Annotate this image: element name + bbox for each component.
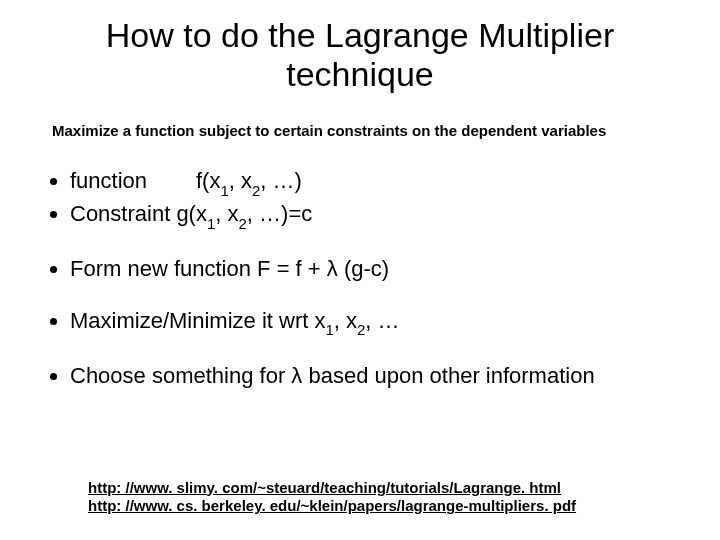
bullet-function: function f(x1, x2, …) xyxy=(70,167,690,198)
subscript: 1 xyxy=(220,182,228,199)
bullet-choose-lambda: Choose something for λ based upon other … xyxy=(70,362,690,390)
text: , x xyxy=(215,201,238,226)
text: Maximize/Minimize it wrt x xyxy=(70,308,325,333)
spacer xyxy=(30,285,690,307)
text: , x xyxy=(229,168,252,193)
bullet-list: Form new function F = f + λ (g-c) xyxy=(30,255,690,283)
text: f(x xyxy=(196,168,220,193)
spacer xyxy=(30,233,690,255)
subscript: 1 xyxy=(207,215,215,232)
subscript: 2 xyxy=(357,321,365,338)
lambda: λ xyxy=(291,363,302,388)
subtitle: Maximize a function subject to certain c… xyxy=(52,122,690,139)
slide: How to do the Lagrange Multiplier techni… xyxy=(0,0,720,540)
text: , … xyxy=(365,308,399,333)
subscript: 1 xyxy=(325,321,333,338)
bullet-constraint: Constraint g(x1, x2, …)=c xyxy=(70,200,690,231)
spacer xyxy=(30,340,690,362)
text: Choose something for xyxy=(70,363,291,388)
text: (g-c) xyxy=(338,256,389,281)
link-berkeley[interactable]: http: //www. cs. berkeley. edu/~klein/pa… xyxy=(88,497,576,514)
bullet-list: Choose something for λ based upon other … xyxy=(30,362,690,390)
text: , …) xyxy=(260,168,302,193)
lambda: λ xyxy=(327,256,338,281)
text: Constraint g(x xyxy=(70,201,207,226)
text: , x xyxy=(334,308,357,333)
link-slimy[interactable]: http: //www. slimy. com/~steuard/teachin… xyxy=(88,479,561,496)
subscript: 2 xyxy=(239,215,247,232)
bullet-maximize: Maximize/Minimize it wrt x1, x2, … xyxy=(70,307,690,338)
reference-links: http: //www. slimy. com/~steuard/teachin… xyxy=(88,479,576,517)
text: , …)=c xyxy=(247,201,312,226)
subscript: 2 xyxy=(252,182,260,199)
text: Form new function F = f + xyxy=(70,256,327,281)
bullet-list: function f(x1, x2, …) Constraint g(x1, x… xyxy=(30,167,690,231)
page-title: How to do the Lagrange Multiplier techni… xyxy=(30,16,690,94)
text: function xyxy=(70,168,147,193)
text: based upon other information xyxy=(302,363,594,388)
bullet-form-F: Form new function F = f + λ (g-c) xyxy=(70,255,690,283)
bullet-list: Maximize/Minimize it wrt x1, x2, … xyxy=(30,307,690,338)
